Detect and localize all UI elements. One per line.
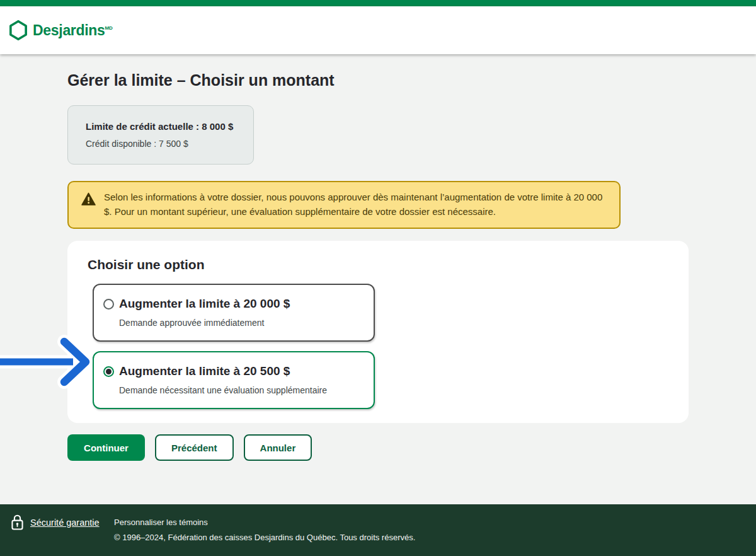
warning-banner: Selon les informations à votre dossier, … bbox=[67, 181, 621, 229]
options-card: Choisir une option Augmenter la limite à… bbox=[67, 241, 689, 423]
site-footer: Sécurité garantie Personnaliser les témo… bbox=[0, 504, 756, 556]
previous-button[interactable]: Précédent bbox=[155, 434, 234, 461]
customize-cookies-link[interactable]: Personnaliser les témoins bbox=[114, 518, 208, 527]
option-head: Augmenter la limite à 20 000 $ bbox=[103, 297, 361, 311]
brand-wordmark: DesjardinsMD bbox=[33, 22, 112, 39]
lock-icon bbox=[10, 514, 25, 531]
warning-triangle-icon bbox=[81, 192, 96, 219]
top-accent-bar bbox=[0, 0, 756, 6]
option-label: Augmenter la limite à 20 000 $ bbox=[119, 297, 290, 311]
security-guaranteed-link[interactable]: Sécurité garantie bbox=[30, 518, 100, 528]
trademark-superscript: MD bbox=[105, 25, 113, 31]
option-description: Demande nécessitant une évaluation suppl… bbox=[119, 385, 361, 395]
site-header: DesjardinsMD bbox=[0, 6, 756, 54]
radio-button-unselected[interactable] bbox=[103, 299, 114, 310]
option-description: Demande approuvée immédiatement bbox=[119, 318, 361, 328]
radio-dot bbox=[106, 369, 112, 374]
security-group: Sécurité garantie bbox=[10, 514, 100, 531]
cancel-button[interactable]: Annuler bbox=[244, 434, 312, 461]
available-credit-text: Crédit disponible : 7 500 $ bbox=[86, 139, 236, 149]
current-limit-text: Limite de crédit actuelle : 8 000 $ bbox=[86, 121, 236, 132]
page-title: Gérer la limite – Choisir un montant bbox=[67, 71, 756, 90]
copyright-text: © 1996–2024, Fédération des caisses Desj… bbox=[114, 533, 415, 542]
hexagon-logo-icon bbox=[9, 20, 27, 40]
option-increase-20000[interactable]: Augmenter la limite à 20 000 $ Demande a… bbox=[93, 284, 375, 342]
options-heading: Choisir une option bbox=[88, 257, 673, 272]
action-buttons-row: Continuer Précédent Annuler bbox=[67, 434, 756, 461]
credit-summary-box: Limite de crédit actuelle : 8 000 $ Créd… bbox=[67, 105, 254, 165]
option-head: Augmenter la limite à 20 500 $ bbox=[103, 364, 361, 378]
warning-message: Selon les informations à votre dossier, … bbox=[104, 190, 607, 219]
option-label: Augmenter la limite à 20 500 $ bbox=[119, 364, 290, 378]
radio-button-selected[interactable] bbox=[103, 366, 114, 377]
continue-button[interactable]: Continuer bbox=[67, 434, 145, 461]
option-increase-20500[interactable]: Augmenter la limite à 20 500 $ Demande n… bbox=[93, 351, 375, 409]
main-content: Gérer la limite – Choisir un montant Lim… bbox=[0, 54, 756, 461]
desjardins-logo[interactable]: DesjardinsMD bbox=[9, 20, 112, 40]
